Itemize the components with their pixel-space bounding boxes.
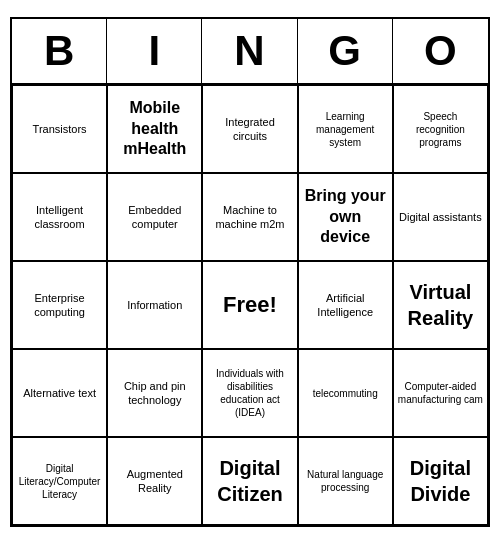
bingo-cell: Mobile health mHealth <box>107 85 202 173</box>
bingo-cell: Speech recognition programs <box>393 85 488 173</box>
bingo-cell: Computer-aided manufacturing cam <box>393 349 488 437</box>
bingo-cell: Digital assistants <box>393 173 488 261</box>
bingo-cell: Digital Divide <box>393 437 488 525</box>
bingo-cell: Information <box>107 261 202 349</box>
bingo-cell: telecommuting <box>298 349 393 437</box>
bingo-cell: Machine to machine m2m <box>202 173 297 261</box>
bingo-cell: Intelligent classroom <box>12 173 107 261</box>
bingo-cell: Artificial Intelligence <box>298 261 393 349</box>
header-letter: B <box>12 19 107 83</box>
header-letter: O <box>393 19 488 83</box>
bingo-cell: Chip and pin technology <box>107 349 202 437</box>
bingo-cell: Augmented Reality <box>107 437 202 525</box>
bingo-cell: Digital Literacy/Computer Literacy <box>12 437 107 525</box>
bingo-cell: Embedded computer <box>107 173 202 261</box>
bingo-cell: Natural language processing <box>298 437 393 525</box>
bingo-cell: Individuals with disabilities education … <box>202 349 297 437</box>
bingo-cell: Alternative text <box>12 349 107 437</box>
bingo-cell: Integrated circuits <box>202 85 297 173</box>
bingo-card: BINGO TransistorsMobile health mHealthIn… <box>10 17 490 527</box>
bingo-cell: Learning management system <box>298 85 393 173</box>
bingo-cell: Enterprise computing <box>12 261 107 349</box>
bingo-cell: Bring your own device <box>298 173 393 261</box>
header-letter: G <box>298 19 393 83</box>
bingo-cell: Transistors <box>12 85 107 173</box>
bingo-grid: TransistorsMobile health mHealthIntegrat… <box>12 85 488 525</box>
header-letter: I <box>107 19 202 83</box>
bingo-cell: Virtual Reality <box>393 261 488 349</box>
bingo-cell: Free! <box>202 261 297 349</box>
header-letter: N <box>202 19 297 83</box>
bingo-header: BINGO <box>12 19 488 85</box>
bingo-cell: Digital Citizen <box>202 437 297 525</box>
